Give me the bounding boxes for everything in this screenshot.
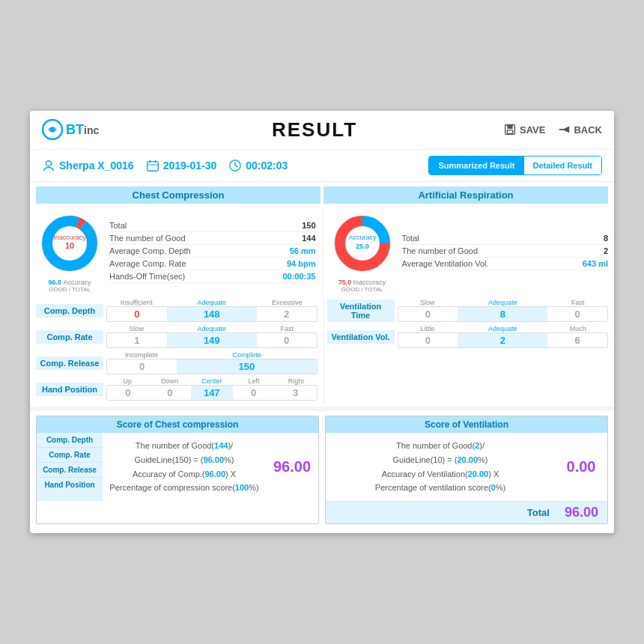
comp-release-row: Comp. Release Incomplete Complete 0 150 xyxy=(36,351,318,374)
user-info: Sherpa X_0016 xyxy=(42,159,134,172)
chest-donut-bottom: 96.0 Accuracy GOOD / TOTAL xyxy=(49,279,91,293)
svg-rect-3 xyxy=(507,125,512,129)
svg-text:Accuracy: Accuracy xyxy=(348,234,377,241)
ventilation-section-header: Artificial Respiration xyxy=(323,186,608,204)
vent-score-header: Score of Ventilation xyxy=(326,416,607,433)
chest-score-value: 96.00 xyxy=(266,433,318,501)
vent-score-value: 0.00 xyxy=(555,433,607,501)
vent-score-total: Total 96.00 xyxy=(326,501,607,523)
svg-text:10: 10 xyxy=(65,241,74,250)
back-icon xyxy=(557,123,571,136)
svg-line-14 xyxy=(235,165,238,167)
calendar-icon xyxy=(146,159,160,172)
svg-text:25.0: 25.0 xyxy=(356,243,369,250)
tab-detailed[interactable]: Detailed Result xyxy=(524,157,601,174)
result-tabs: Summarized Result Detailed Result xyxy=(428,156,602,175)
tab-summarized[interactable]: Summarized Result xyxy=(429,157,523,174)
hand-position-row: Hand Position Up Down Center Left Right … xyxy=(36,377,318,401)
score-comp-release-label: Comp. Release xyxy=(37,463,103,478)
chest-section-header: Chest Compression xyxy=(36,186,321,204)
vent-donut: Accuracy 25.0 xyxy=(329,210,396,277)
score-comp-rate-label: Comp. Rate xyxy=(37,448,103,463)
logo-icon xyxy=(42,119,63,140)
svg-point-1 xyxy=(50,127,55,132)
chest-score-header: Score of Chest compression xyxy=(37,416,318,433)
back-button[interactable]: BACK xyxy=(557,123,602,136)
logo-text: BTinc xyxy=(66,122,99,138)
save-button[interactable]: SAVE xyxy=(503,123,545,136)
svg-rect-8 xyxy=(147,162,157,171)
svg-rect-6 xyxy=(559,130,566,131)
page-title: RESULT xyxy=(147,118,482,142)
date-info: 2019-01-30 xyxy=(146,159,217,172)
clock-icon xyxy=(228,159,242,172)
score-comp-depth-label: Comp. Depth xyxy=(37,433,103,448)
comp-rate-row: Comp. Rate Slow Adequate Fast 1 149 0 xyxy=(36,325,318,348)
chest-stats: Total 150 The number of Good 144 Average… xyxy=(109,219,316,283)
chest-score-formula: The number of Good(144)/ GuideLine(150) … xyxy=(103,433,266,501)
svg-rect-4 xyxy=(507,130,512,134)
time-info: 00:02:03 xyxy=(228,159,288,172)
vent-score-formula: The number of Good(2)/ GuideLine(10) = (… xyxy=(326,433,555,501)
user-icon xyxy=(42,159,55,172)
chest-donut: Inaccuracy 10 xyxy=(36,210,103,277)
vent-stats: Total 8 The number of Good 2 Average Ven… xyxy=(402,232,609,270)
svg-text:Inaccuracy: Inaccuracy xyxy=(53,234,86,241)
vent-time-row: Ventilation Time Slow Adequate Fast 0 8 … xyxy=(327,299,609,322)
save-icon xyxy=(503,123,517,136)
svg-point-7 xyxy=(46,161,51,166)
logo: BTinc xyxy=(42,119,147,140)
vent-donut-bottom: 75.0 Inaccuracy GOOD / TOTAL xyxy=(338,279,386,293)
vent-vol-row: Ventilation Vol. Little Adequate Much 0 … xyxy=(327,325,609,348)
score-hand-position-label: Hand Position xyxy=(37,478,103,492)
comp-depth-row: Comp. Depth Insufficient Adequate Excess… xyxy=(36,299,318,322)
